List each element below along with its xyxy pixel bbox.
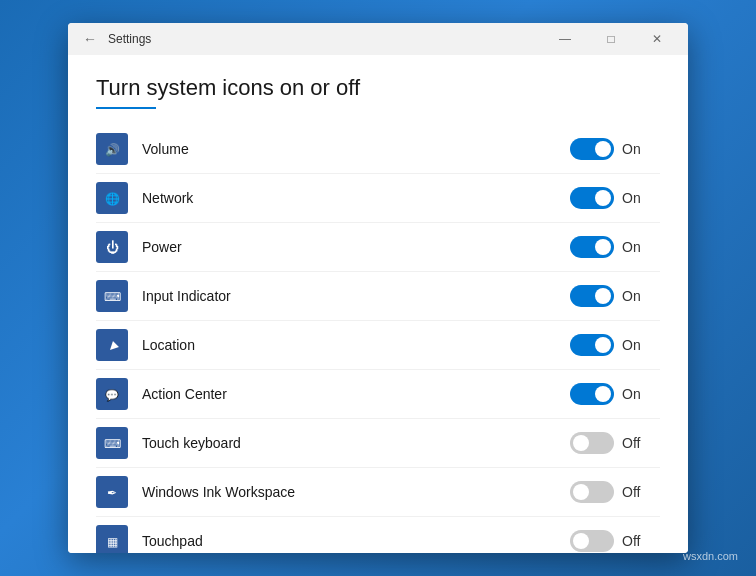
toggle-wrapper-windows-ink: Off: [570, 481, 660, 503]
toggle-state-power: On: [622, 239, 646, 255]
toggle-windows-ink[interactable]: [570, 481, 614, 503]
network-icon: [96, 182, 128, 214]
setting-row-power: PowerOn: [96, 223, 660, 272]
toggle-wrapper-touch-keyboard: Off: [570, 432, 660, 454]
settings-list: VolumeOnNetworkOnPowerOnInput IndicatorO…: [96, 125, 660, 553]
window-controls: — □ ✕: [542, 23, 680, 55]
input-icon: [96, 280, 128, 312]
toggle-wrapper-location: On: [570, 334, 660, 356]
setting-row-network: NetworkOn: [96, 174, 660, 223]
touch-icon: [96, 427, 128, 459]
toggle-knob-network: [595, 190, 611, 206]
toggle-state-input-indicator: On: [622, 288, 646, 304]
toggle-knob-volume: [595, 141, 611, 157]
toggle-wrapper-volume: On: [570, 138, 660, 160]
setting-row-touchpad: TouchpadOff: [96, 517, 660, 553]
page-title: Turn system icons on or off: [96, 75, 660, 101]
window-title: Settings: [108, 32, 151, 46]
power-icon: [96, 231, 128, 263]
setting-label-action-center: Action Center: [142, 386, 570, 402]
toggle-location[interactable]: [570, 334, 614, 356]
watermark: wsxdn.com: [683, 550, 738, 562]
maximize-button[interactable]: □: [588, 23, 634, 55]
toggle-network[interactable]: [570, 187, 614, 209]
toggle-knob-touch-keyboard: [573, 435, 589, 451]
toggle-knob-location: [595, 337, 611, 353]
setting-label-input-indicator: Input Indicator: [142, 288, 570, 304]
title-bar: ← Settings — □ ✕: [68, 23, 688, 55]
setting-label-touchpad: Touchpad: [142, 533, 570, 549]
setting-label-touch-keyboard: Touch keyboard: [142, 435, 570, 451]
toggle-volume[interactable]: [570, 138, 614, 160]
ink-icon: [96, 476, 128, 508]
toggle-state-windows-ink: Off: [622, 484, 646, 500]
toggle-state-location: On: [622, 337, 646, 353]
toggle-knob-input-indicator: [595, 288, 611, 304]
toggle-knob-touchpad: [573, 533, 589, 549]
setting-label-power: Power: [142, 239, 570, 255]
touchpad-icon: [96, 525, 128, 553]
toggle-touchpad[interactable]: [570, 530, 614, 552]
toggle-wrapper-action-center: On: [570, 383, 660, 405]
content-area: Turn system icons on or off VolumeOnNetw…: [68, 55, 688, 553]
volume-icon: [96, 133, 128, 165]
title-underline: [96, 107, 156, 109]
setting-row-touch-keyboard: Touch keyboardOff: [96, 419, 660, 468]
toggle-input-indicator[interactable]: [570, 285, 614, 307]
setting-label-location: Location: [142, 337, 570, 353]
toggle-action-center[interactable]: [570, 383, 614, 405]
toggle-wrapper-touchpad: Off: [570, 530, 660, 552]
toggle-knob-windows-ink: [573, 484, 589, 500]
toggle-wrapper-network: On: [570, 187, 660, 209]
close-button[interactable]: ✕: [634, 23, 680, 55]
settings-window: ← Settings — □ ✕ Turn system icons on or…: [68, 23, 688, 553]
toggle-knob-action-center: [595, 386, 611, 402]
toggle-state-touch-keyboard: Off: [622, 435, 646, 451]
toggle-state-touchpad: Off: [622, 533, 646, 549]
toggle-touch-keyboard[interactable]: [570, 432, 614, 454]
setting-row-input-indicator: Input IndicatorOn: [96, 272, 660, 321]
setting-row-action-center: Action CenterOn: [96, 370, 660, 419]
setting-label-windows-ink: Windows Ink Workspace: [142, 484, 570, 500]
toggle-state-volume: On: [622, 141, 646, 157]
setting-row-windows-ink: Windows Ink WorkspaceOff: [96, 468, 660, 517]
toggle-knob-power: [595, 239, 611, 255]
action-icon: [96, 378, 128, 410]
location-icon: [96, 329, 128, 361]
toggle-state-network: On: [622, 190, 646, 206]
toggle-wrapper-input-indicator: On: [570, 285, 660, 307]
toggle-wrapper-power: On: [570, 236, 660, 258]
toggle-state-action-center: On: [622, 386, 646, 402]
toggle-power[interactable]: [570, 236, 614, 258]
setting-label-network: Network: [142, 190, 570, 206]
setting-row-volume: VolumeOn: [96, 125, 660, 174]
setting-row-location: LocationOn: [96, 321, 660, 370]
back-button[interactable]: ←: [76, 25, 104, 53]
setting-label-volume: Volume: [142, 141, 570, 157]
minimize-button[interactable]: —: [542, 23, 588, 55]
